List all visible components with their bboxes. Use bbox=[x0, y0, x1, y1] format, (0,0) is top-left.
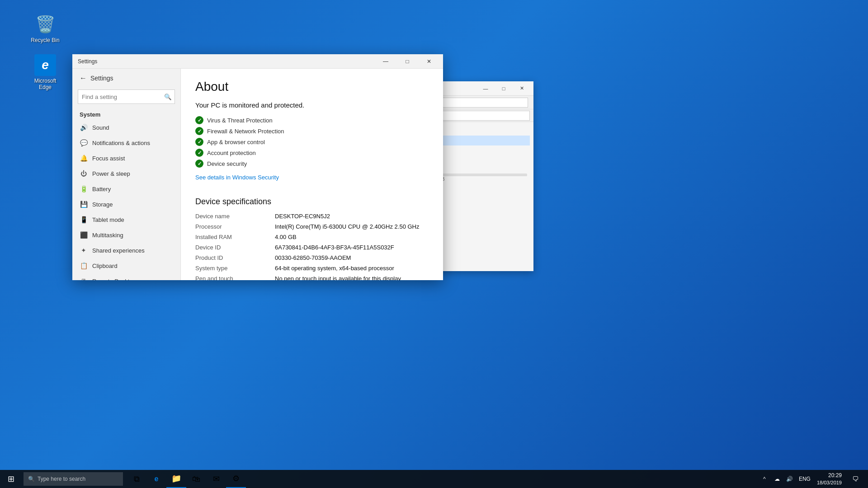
spec-label-ram: Installed RAM bbox=[195, 233, 268, 241]
sidebar-search-input[interactable] bbox=[78, 89, 175, 104]
sidebar-item-power-sleep[interactable]: ⏻ Power & sleep bbox=[72, 166, 180, 181]
settings-window: Settings — □ ✕ ← Settings 🔍 System bbox=[72, 54, 443, 280]
task-view-icon: ⧉ bbox=[134, 474, 140, 484]
back-arrow-icon: ← bbox=[80, 74, 87, 82]
recycle-bin-label: Recycle Bin bbox=[31, 37, 59, 43]
tray-date: 18/03/2019 bbox=[817, 479, 842, 486]
sidebar-focus-label: Focus assist bbox=[92, 155, 125, 162]
spec-value-device-id: 6A730841-D4B6-4AF3-BF3A-45F11A5S032F bbox=[275, 243, 429, 252]
device-security-label: Device security bbox=[207, 160, 247, 167]
sidebar-item-storage[interactable]: 💾 Storage bbox=[72, 197, 180, 212]
power-sleep-icon: ⏻ bbox=[80, 169, 88, 178]
firewall-check-icon bbox=[195, 127, 203, 135]
taskbar: ⊞ 🔍 Type here to search ⧉ e 📁 🛍 ✉ ⚙ bbox=[0, 470, 868, 488]
spec-label-pen-touch: Pen and touch bbox=[195, 274, 268, 280]
edge-icon: e bbox=[34, 54, 56, 76]
tablet-mode-icon: 📱 bbox=[80, 216, 88, 224]
tray-time: 20:29 bbox=[828, 472, 842, 479]
sidebar-power-label: Power & sleep bbox=[92, 170, 130, 177]
shared-exp-icon: ✦ bbox=[80, 246, 88, 254]
check-item-device-security: Device security bbox=[195, 160, 429, 168]
taskbar-search-box[interactable]: 🔍 Type here to search bbox=[24, 472, 123, 486]
sidebar-search-container: 🔍 bbox=[78, 89, 175, 104]
action-center-button[interactable]: 🗨 bbox=[846, 470, 864, 488]
sidebar-item-shared-experiences[interactable]: ✦ Shared experiences bbox=[72, 243, 180, 258]
protection-text: Your PC is monitored and protected. bbox=[195, 101, 304, 109]
tray-show-hidden-button[interactable]: ^ bbox=[759, 470, 770, 488]
firewall-label: Firewall & Network Protection bbox=[207, 128, 284, 135]
taskbar-search-icon: 🔍 bbox=[28, 476, 35, 482]
sidebar-item-tablet-mode[interactable]: 📱 Tablet mode bbox=[72, 212, 180, 227]
explorer-close-button[interactable]: ✕ bbox=[513, 82, 531, 95]
taskbar-app-store[interactable]: 🛍 bbox=[186, 470, 206, 488]
check-item-browser: App & browser control bbox=[195, 138, 429, 146]
sidebar-back-button[interactable]: ← Settings bbox=[72, 69, 180, 88]
recycle-bin-icon: 🗑️ bbox=[34, 14, 56, 35]
sidebar-remote-label: Remote Desktop bbox=[92, 278, 136, 281]
spec-label-device-name: Device name bbox=[195, 212, 268, 221]
explorer-minimize-button[interactable]: — bbox=[476, 82, 495, 95]
sidebar-multitasking-label: Multitasking bbox=[92, 232, 123, 239]
sidebar-item-focus-assist[interactable]: 🔔 Focus assist bbox=[72, 150, 180, 166]
settings-window-body: ← Settings 🔍 System 🔊 Sound 💬 Notificati… bbox=[72, 69, 443, 280]
sidebar-item-battery[interactable]: 🔋 Battery bbox=[72, 181, 180, 197]
device-security-check-icon bbox=[195, 160, 203, 168]
sidebar-item-notifications[interactable]: 💬 Notifications & actions bbox=[72, 135, 180, 150]
tray-onedrive-icon[interactable]: ☁ bbox=[772, 470, 783, 488]
browser-check-icon bbox=[195, 138, 203, 146]
sidebar-tablet-label: Tablet mode bbox=[92, 216, 124, 223]
sidebar-item-remote-desktop[interactable]: 🖥 Remote Desktop bbox=[72, 273, 180, 280]
taskbar-app-settings[interactable]: ⚙ bbox=[226, 470, 246, 488]
notifications-icon: 💬 bbox=[80, 139, 88, 147]
sidebar-section-system: System bbox=[72, 108, 180, 120]
taskbar-app-edge[interactable]: e bbox=[146, 470, 166, 488]
spec-value-system-type: 64-bit operating system, x64-based proce… bbox=[275, 264, 429, 272]
windows-security-link[interactable]: See details in Windows Security bbox=[195, 174, 279, 181]
sidebar-storage-label: Storage bbox=[92, 201, 113, 208]
sidebar-clipboard-label: Clipboard bbox=[92, 263, 118, 269]
spec-label-processor: Processor bbox=[195, 222, 268, 231]
tray-clock[interactable]: 20:29 18/03/2019 bbox=[814, 470, 844, 488]
edge-label: Microsoft Edge bbox=[27, 78, 63, 90]
protection-banner: Your PC is monitored and protected. bbox=[195, 101, 429, 109]
taskbar-mail-icon: ✉ bbox=[213, 474, 220, 484]
explorer-maximize-button[interactable]: □ bbox=[495, 82, 513, 95]
sidebar-search-icon-button[interactable]: 🔍 bbox=[161, 90, 174, 103]
browser-label: App & browser control bbox=[207, 139, 265, 145]
start-button[interactable]: ⊞ bbox=[0, 470, 22, 488]
sidebar-item-clipboard[interactable]: 📋 Clipboard bbox=[72, 258, 180, 273]
check-item-virus: Virus & Threat Protection bbox=[195, 116, 429, 124]
account-label: Account protection bbox=[207, 150, 256, 156]
explorer-window-controls: — □ ✕ bbox=[476, 82, 531, 95]
sidebar-battery-label: Battery bbox=[92, 186, 111, 192]
page-title: About bbox=[195, 80, 429, 94]
settings-close-button[interactable]: ✕ bbox=[419, 54, 439, 69]
settings-minimize-button[interactable]: — bbox=[375, 54, 396, 69]
tray-language-button[interactable]: ENG bbox=[797, 476, 812, 482]
sidebar-shared-label: Shared experiences bbox=[92, 247, 145, 254]
spec-value-device-name: DESKTOP-EC9N5J2 bbox=[275, 212, 429, 221]
desktop-icon-recycle-bin[interactable]: 🗑️ Recycle Bin bbox=[27, 14, 63, 43]
taskbar-explorer-icon: 📁 bbox=[171, 474, 181, 483]
spec-value-processor: Intel(R) Core(TM) i5-6300U CPU @ 2.40GHz… bbox=[275, 222, 429, 231]
settings-maximize-button[interactable]: □ bbox=[397, 54, 418, 69]
taskbar-app-file-explorer[interactable]: 📁 bbox=[166, 470, 186, 488]
tray-volume-icon[interactable]: 🔊 bbox=[784, 470, 795, 488]
settings-main-content: About Your PC is monitored and protected… bbox=[181, 69, 443, 280]
check-item-account: Account protection bbox=[195, 149, 429, 157]
virus-check-icon bbox=[195, 116, 203, 124]
taskbar-app-mail[interactable]: ✉ bbox=[206, 470, 226, 488]
desktop-icon-edge[interactable]: e Microsoft Edge bbox=[27, 54, 63, 90]
sidebar-item-sound[interactable]: 🔊 Sound bbox=[72, 120, 180, 135]
sidebar-home-label: Settings bbox=[90, 75, 113, 82]
taskbar-app-task-view[interactable]: ⧉ bbox=[127, 470, 146, 488]
spec-label-device-id: Device ID bbox=[195, 243, 268, 252]
taskbar-settings-icon: ⚙ bbox=[232, 474, 240, 483]
spec-label-system-type: System type bbox=[195, 264, 268, 272]
taskbar-tray: ^ ☁ 🔊 ENG 20:29 18/03/2019 🗨 bbox=[759, 470, 868, 488]
sidebar-sound-label: Sound bbox=[92, 124, 109, 131]
check-item-firewall: Firewall & Network Protection bbox=[195, 127, 429, 135]
device-specs-title: Device specifications bbox=[195, 197, 429, 206]
sidebar-item-multitasking[interactable]: ⬛ Multitasking bbox=[72, 227, 180, 243]
multitasking-icon: ⬛ bbox=[80, 231, 88, 239]
